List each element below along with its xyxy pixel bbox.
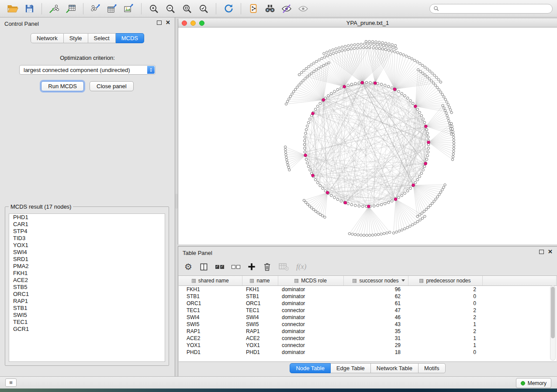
import-table-icon[interactable] — [64, 2, 78, 15]
mcds-result-node[interactable]: STB5 — [9, 284, 165, 291]
cell-predecessors[interactable]: 0 — [408, 300, 482, 307]
mcds-result-node[interactable]: PHD1 — [9, 214, 165, 221]
show-graphics-details-icon[interactable] — [296, 2, 310, 15]
cell-successors[interactable]: 61 — [343, 300, 408, 307]
cell-successors[interactable]: 29 — [343, 342, 408, 349]
close-panel-icon[interactable]: ✕ — [166, 21, 170, 25]
cell-successors[interactable]: 46 — [343, 314, 408, 321]
show-columns-icon[interactable] — [200, 263, 208, 271]
table-row[interactable]: STB1STB1dominator620 — [179, 293, 557, 300]
export-table-icon[interactable] — [105, 2, 119, 15]
cell-name[interactable]: RAP1 — [242, 328, 278, 335]
table-row[interactable]: SWI4SWI4dominator462 — [179, 314, 557, 321]
cell-shared_name[interactable]: SWI4 — [179, 314, 242, 321]
table-row[interactable]: ORC1ORC1dominator610 — [179, 300, 557, 307]
select-all-columns-icon[interactable]: ✓✓ — [215, 265, 224, 269]
cell-shared_name[interactable]: STB1 — [179, 293, 242, 300]
cell-shared_name[interactable]: FKH1 — [179, 286, 242, 293]
binoculars-icon[interactable] — [263, 2, 277, 15]
tab-network[interactable]: Network — [31, 33, 64, 43]
zoom-selected-icon[interactable] — [197, 2, 211, 15]
sort-chevron-icon[interactable] — [401, 279, 405, 282]
cell-predecessors[interactable]: 2 — [408, 328, 482, 335]
cell-shared_name[interactable]: RAP1 — [179, 328, 242, 335]
zoom-out-icon[interactable] — [163, 2, 177, 15]
cell-predecessors[interactable]: 2 — [408, 307, 482, 314]
delete-column-icon[interactable] — [263, 262, 271, 272]
cell-role[interactable]: connector — [278, 307, 343, 314]
cell-role[interactable]: dominator — [278, 286, 343, 293]
cell-successors[interactable]: 31 — [343, 335, 408, 342]
unselect-all-columns-icon[interactable] — [232, 265, 240, 269]
network-canvas[interactable] — [178, 28, 557, 244]
close-table-panel-icon[interactable]: ✕ — [548, 250, 553, 254]
tab-node-table[interactable]: Node Table — [290, 363, 331, 373]
cell-predecessors[interactable]: 1 — [408, 335, 482, 342]
tab-motifs[interactable]: Motifs — [419, 363, 446, 373]
mcds-result-node[interactable]: FKH1 — [9, 270, 165, 277]
export-network-icon[interactable] — [89, 2, 103, 15]
memory-button[interactable]: Memory — [516, 378, 551, 388]
float-panel-icon[interactable] — [157, 21, 162, 25]
share-document-icon[interactable] — [246, 2, 260, 15]
column-header-shared-name[interactable]: shared name — [179, 276, 242, 286]
mcds-result-node[interactable]: RAP1 — [9, 298, 165, 305]
cell-shared_name[interactable]: ACE2 — [179, 335, 242, 342]
cell-name[interactable]: ORC1 — [242, 300, 278, 307]
cell-name[interactable]: YOX1 — [242, 342, 278, 349]
tab-style[interactable]: Style — [64, 33, 88, 43]
save-icon[interactable] — [22, 2, 36, 15]
cell-role[interactable]: dominator — [278, 300, 343, 307]
cell-shared_name[interactable]: SWI5 — [179, 321, 242, 328]
cell-name[interactable]: SWI5 — [242, 321, 278, 328]
mcds-result-node[interactable]: TID3 — [9, 235, 165, 242]
mcds-result-node[interactable]: SWI5 — [9, 312, 165, 319]
cell-shared_name[interactable]: PHD1 — [179, 349, 242, 356]
table-row[interactable]: SWI5SWI5connector431 — [179, 321, 557, 328]
cell-name[interactable]: STB1 — [242, 293, 278, 300]
cell-predecessors[interactable]: 0 — [408, 293, 482, 300]
cell-name[interactable]: ACE2 — [242, 335, 278, 342]
column-header-predecessor-nodes[interactable]: predecessor nodes — [408, 276, 482, 286]
table-settings-gear-icon[interactable]: ⚙ — [184, 262, 192, 271]
cell-role[interactable]: dominator — [278, 314, 343, 321]
run-mcds-button[interactable]: Run MCDS — [41, 81, 84, 91]
tab-edge-table[interactable]: Edge Table — [331, 363, 371, 373]
mcds-result-node[interactable]: STP4 — [9, 228, 165, 235]
mcds-result-node[interactable]: ORC1 — [9, 291, 165, 298]
cell-name[interactable]: TEC1 — [242, 307, 278, 314]
mcds-result-node[interactable]: GCR1 — [9, 326, 165, 333]
cell-predecessors[interactable]: 2 — [408, 314, 482, 321]
cell-shared_name[interactable]: TEC1 — [179, 307, 242, 314]
cell-role[interactable]: dominator — [278, 293, 343, 300]
table-row[interactable]: ACE2ACE2connector311 — [179, 335, 557, 342]
cell-name[interactable]: FKH1 — [242, 286, 278, 293]
cell-predecessors[interactable]: 0 — [408, 349, 482, 356]
cell-role[interactable]: dominator — [278, 328, 343, 335]
cell-shared_name[interactable]: ORC1 — [179, 300, 242, 307]
zoom-in-icon[interactable] — [147, 2, 161, 15]
cell-role[interactable]: connector — [278, 342, 343, 349]
cell-successors[interactable]: 43 — [343, 321, 408, 328]
cell-role[interactable]: connector — [278, 321, 343, 328]
cell-successors[interactable]: 47 — [343, 307, 408, 314]
table-row[interactable]: YOX1YOX1connector291 — [179, 342, 557, 349]
mcds-result-node[interactable]: YOX1 — [9, 242, 165, 249]
table-scrollbar[interactable] — [550, 285, 556, 361]
mcds-result-node[interactable]: SRD1 — [9, 256, 165, 263]
close-panel-button[interactable]: Close panel — [90, 81, 134, 91]
mcds-result-node[interactable]: STB1 — [9, 305, 165, 312]
criterion-dropdown[interactable]: largest connected component (undirected)… — [19, 65, 156, 75]
cell-name[interactable]: PHD1 — [242, 349, 278, 356]
tab-mcds[interactable]: MCDS — [116, 33, 144, 43]
search-input[interactable] — [441, 5, 549, 12]
table-row[interactable]: PHD1PHD1dominator180 — [179, 349, 557, 356]
cell-successors[interactable]: 62 — [343, 293, 408, 300]
search-field[interactable] — [429, 4, 553, 14]
hide-graphics-details-icon[interactable] — [280, 2, 294, 15]
table-row[interactable]: RAP1RAP1dominator352 — [179, 328, 557, 335]
cell-successors[interactable]: 96 — [343, 286, 408, 293]
cell-predecessors[interactable]: 2 — [408, 286, 482, 293]
cell-predecessors[interactable]: 1 — [408, 321, 482, 328]
table-row[interactable]: FKH1FKH1dominator962 — [179, 286, 557, 293]
